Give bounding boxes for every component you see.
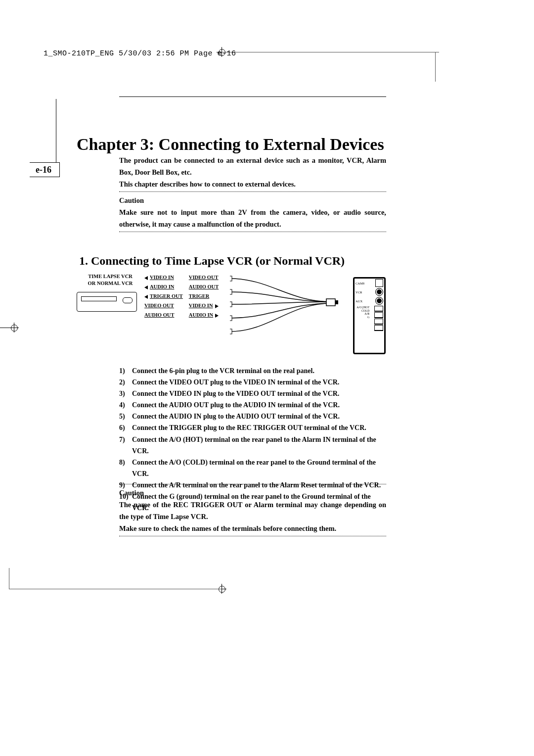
chapter-title: Chapter 3: Connecting to External Device…: [77, 135, 384, 154]
dotted-rule: [119, 484, 386, 484]
page-label: e-16: [36, 165, 51, 175]
step-item: Connect the TRIGGER plug to the REC TRIG…: [119, 422, 386, 433]
step-item: Connect the VIDEO IN plug to the VIDEO O…: [119, 388, 386, 399]
dotted-rule: [119, 536, 386, 536]
panel-vcr: VCR: [356, 290, 362, 294]
top-rule: [119, 96, 386, 97]
panel-cam8: CAM8: [356, 282, 364, 285]
caution2-block: Caution The name of the REC TRIGGER OUT …: [119, 483, 386, 539]
vcr-icon: [77, 292, 137, 312]
caution2-p2: Make sure to check the names of the term…: [119, 523, 386, 535]
panel-cold: COLD: [361, 309, 369, 312]
vcr-label-2: OR NORMAL VCR: [88, 281, 133, 286]
panel-hot: HOT: [363, 306, 369, 309]
sig-r: VIDEO OUT: [189, 275, 219, 280]
sig-l: VIDEO IN: [150, 275, 174, 280]
connection-diagram: TIME LAPSE VCR OR NORMAL VCR VIDEO INVID…: [77, 272, 373, 356]
caution2-label: Caution: [119, 487, 386, 499]
svg-rect-5: [230, 316, 232, 321]
vcr-label-1: TIME LAPSE VCR: [88, 274, 133, 279]
sig-l: TRIGER OUT: [150, 293, 183, 299]
sig-r: AUDIO OUT: [189, 284, 219, 289]
rear-panel-icon: CAM8 VCR AUX A/O [HOT COLD A/R G: [353, 277, 386, 354]
cable-bundle-icon: [230, 275, 339, 339]
step-item: Connect the AUDIO OUT plug to the AUDIO …: [119, 399, 386, 411]
svg-rect-3: [230, 289, 232, 294]
svg-rect-1: [335, 300, 338, 304]
print-slug: 1_SMO-210TP_ENG 5/30/03 2:56 PM Page e-1…: [44, 49, 236, 58]
section-title: 1. Connecting to Time Lapse VCR (or Norm…: [79, 254, 345, 268]
guide-top-v: [435, 52, 436, 82]
panel-ar: A/R: [356, 312, 369, 316]
guide-bot-v: [9, 568, 9, 589]
dotted-rule: [119, 232, 386, 232]
page-v-rule: [56, 99, 56, 162]
sig-r: VIDEO IN: [189, 303, 213, 308]
signal-table: VIDEO INVIDEO OUT AUDIO INAUDIO OUT TRIG…: [143, 272, 224, 320]
sig-l: AUDIO IN: [150, 284, 174, 289]
svg-rect-6: [230, 329, 232, 334]
svg-rect-2: [230, 276, 232, 281]
caution-text: Make sure not to input more than 2V from…: [119, 207, 386, 231]
guide-top-h: [222, 52, 439, 52]
step-item: Connect the AUDIO IN plug to the AUDIO O…: [119, 411, 386, 422]
guide-bot-h: [9, 589, 222, 589]
panel-aux: AUX: [356, 299, 362, 303]
panel-g: G: [356, 316, 369, 319]
caution-label: Caution: [119, 195, 386, 207]
step-item: Connect the VIDEO OUT plug to the VIDEO …: [119, 377, 386, 388]
step-item: Connect the A/O (HOT) terminal on the re…: [119, 434, 386, 457]
caution2-p1: The name of the REC TRIGGER OUT or Alarm…: [119, 499, 386, 523]
svg-rect-4: [230, 302, 232, 307]
intro-p1: The product can be connected to an exter…: [119, 155, 386, 179]
intro-block: The product can be connected to an exter…: [119, 155, 386, 235]
svg-rect-0: [326, 299, 335, 306]
vcr-label: TIME LAPSE VCR OR NORMAL VCR: [81, 273, 140, 286]
dotted-rule: [119, 191, 386, 192]
sig-r: AUDIO IN: [189, 312, 213, 318]
step-item: Connect the A/O (COLD) terminal on the r…: [119, 457, 386, 479]
panel-ao: A/O: [356, 306, 361, 309]
guide-left-h: [0, 328, 11, 328]
sig-l: AUDIO OUT: [144, 312, 174, 318]
sig-r: TRIGER: [189, 293, 209, 299]
step-item: Connect the 6-pin plug to the VCR termin…: [119, 365, 386, 377]
intro-p2: This chapter describes how to connect to…: [119, 179, 386, 190]
sig-l: VIDEO OUT: [144, 303, 174, 308]
